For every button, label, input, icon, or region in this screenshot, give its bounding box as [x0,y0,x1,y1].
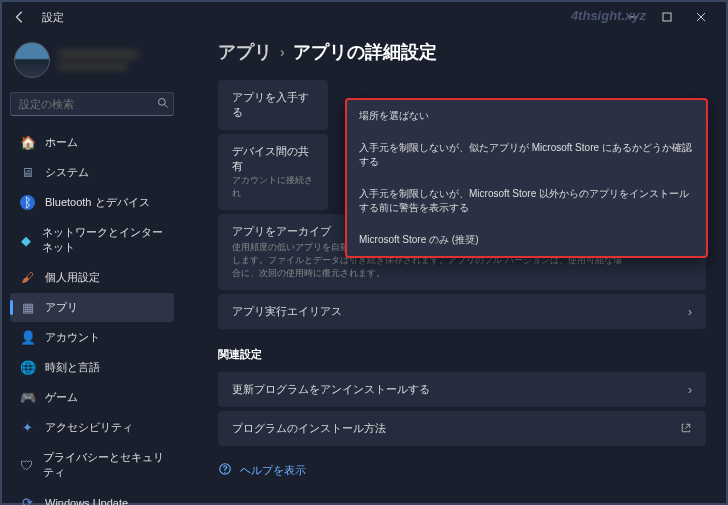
maximize-button[interactable] [650,3,684,31]
chevron-right-icon: › [688,383,692,397]
sidebar-item-2[interactable]: ᛒBluetooth とデバイス [10,188,174,217]
breadcrumb: アプリ › アプリの詳細設定 [218,40,706,64]
nav-label: システム [45,165,89,180]
nav-icon: 🛡 [20,458,33,473]
svg-point-5 [224,472,225,473]
sidebar-item-11[interactable]: ⟳Windows Update [10,488,174,505]
nav-label: 時刻と言語 [45,360,100,375]
sidebar-item-0[interactable]: 🏠ホーム [10,128,174,157]
nav-label: プライバシーとセキュリティ [43,450,164,480]
user-email-redacted [58,62,128,71]
sidebar-item-9[interactable]: ✦アクセシビリティ [10,413,174,442]
nav-icon: ◆ [20,233,32,248]
nav-icon: 🖌 [20,270,35,285]
nav-label: ネットワークとインターネット [42,225,164,255]
chevron-right-icon: › [280,44,285,60]
nav-icon: 🖥 [20,165,35,180]
nav-icon: 🌐 [20,360,35,375]
sidebar-item-10[interactable]: 🛡プライバシーとセキュリティ [10,443,174,487]
app-source-dropdown: 場所を選ばない入手元を制限しないが、似たアプリが Microsoft Store… [345,98,708,258]
nav-label: Windows Update [45,497,128,506]
user-section[interactable] [10,36,174,84]
sidebar-item-6[interactable]: 👤アカウント [10,323,174,352]
uninstall-updates-row[interactable]: 更新プログラムをアンインストールする › [218,372,706,407]
sidebar-item-8[interactable]: 🎮ゲーム [10,383,174,412]
related-settings-header: 関連設定 [218,347,706,362]
nav-label: 個人用設定 [45,270,100,285]
sidebar-item-4[interactable]: 🖌個人用設定 [10,263,174,292]
search-input[interactable] [19,98,157,110]
dropdown-option[interactable]: Microsoft Store のみ (推奨) [347,224,706,256]
svg-rect-1 [663,13,671,21]
nav-label: アカウント [45,330,100,345]
app-alias-row[interactable]: アプリ実行エイリアス › [218,294,706,329]
nav-icon: ✦ [20,420,35,435]
avatar [14,42,50,78]
user-name-redacted [58,49,138,60]
sidebar-item-1[interactable]: 🖥システム [10,158,174,187]
back-button[interactable] [10,7,30,27]
external-link-icon [680,422,692,436]
nav-icon: ᛒ [20,195,35,210]
sidebar-item-5[interactable]: ▦アプリ [10,293,174,322]
nav-icon: ▦ [20,300,35,315]
sidebar: 🏠ホーム🖥システムᛒBluetooth とデバイス◆ネットワークとインターネット… [2,32,182,503]
dropdown-option[interactable]: 入手元を制限しないが、Microsoft Store 以外からのアプリをインスト… [347,178,706,224]
nav-icon: ⟳ [20,495,35,505]
nav-label: Bluetooth とデバイス [45,195,150,210]
nav-label: ホーム [45,135,78,150]
svg-line-3 [165,105,168,108]
app-source-row[interactable]: アプリを入手する [218,80,328,130]
nav-icon: 🎮 [20,390,35,405]
nav-icon: 👤 [20,330,35,345]
window-title: 設定 [42,10,64,25]
breadcrumb-parent[interactable]: アプリ [218,40,272,64]
chevron-right-icon: › [688,305,692,319]
nav-icon: 🏠 [20,135,35,150]
help-icon [218,462,232,478]
device-sharing-row[interactable]: デバイス間の共有 アカウントに接続され [218,134,328,210]
nav-label: アプリ [45,300,78,315]
svg-point-2 [159,99,166,106]
nav-label: アクセシビリティ [45,420,133,435]
search-box[interactable] [10,92,174,116]
dropdown-option[interactable]: 場所を選ばない [347,100,706,132]
sidebar-item-7[interactable]: 🌐時刻と言語 [10,353,174,382]
install-method-row[interactable]: プログラムのインストール方法 [218,411,706,446]
dropdown-option[interactable]: 入手元を制限しないが、似たアプリが Microsoft Store にあるかどう… [347,132,706,178]
breadcrumb-current: アプリの詳細設定 [293,40,437,64]
sidebar-item-3[interactable]: ◆ネットワークとインターネット [10,218,174,262]
help-link[interactable]: ヘルプを表示 [218,462,706,478]
watermark: 4thsight.xyz [571,8,646,23]
search-icon [157,97,169,111]
close-button[interactable] [684,3,718,31]
nav-label: ゲーム [45,390,78,405]
